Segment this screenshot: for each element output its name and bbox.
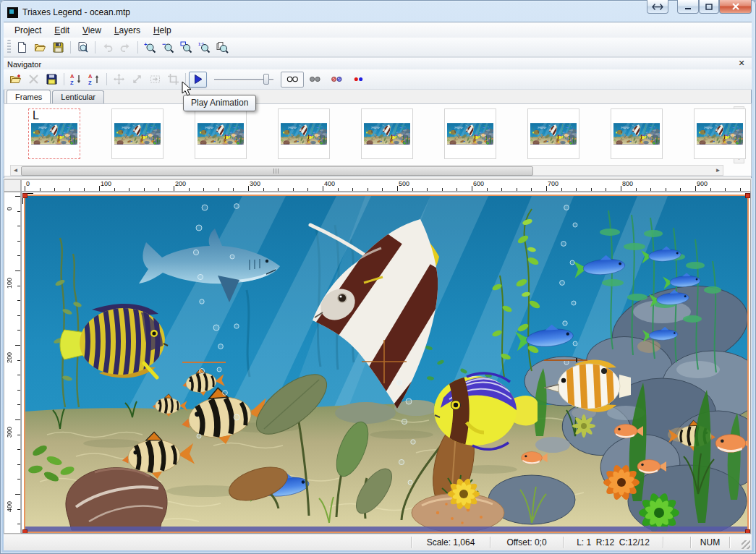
- frames-filmstrip: ▲ ▼ ◄ ► L: [4, 103, 752, 176]
- zoom-region-button[interactable]: [177, 39, 195, 55]
- frame-thumbnail-3[interactable]: [195, 108, 247, 159]
- move-tool-icon: [113, 73, 125, 85]
- fit-frame-icon: [149, 73, 161, 85]
- resize-grip[interactable]: [742, 540, 750, 549]
- open-folder-icon: [34, 41, 46, 54]
- status-scale: Scale: 1,064: [412, 534, 490, 550]
- ruler-corner: [4, 179, 21, 192]
- delete-frames-icon: [27, 73, 40, 85]
- menu-layers[interactable]: Layers: [108, 24, 147, 37]
- zoom-one-to-one-icon: 1:1: [198, 41, 211, 54]
- frame-thumbnail-4[interactable]: [278, 108, 330, 159]
- menu-project[interactable]: Project: [8, 24, 48, 37]
- frame-thumbnail-6[interactable]: [444, 108, 496, 159]
- add-frames-button[interactable]: [7, 72, 25, 88]
- canvas-viewport[interactable]: [21, 192, 751, 534]
- view-anaglyph-icon: [331, 73, 343, 85]
- save-icon: [52, 41, 64, 54]
- frame-preview: [697, 123, 743, 145]
- sort-az-up-icon: AZ: [88, 73, 101, 85]
- view-stereo-clear-button[interactable]: [281, 72, 304, 88]
- close-button[interactable]: [719, 0, 752, 14]
- selection-handle[interactable]: [745, 193, 750, 198]
- zoom-one-to-one-button[interactable]: 1:1: [195, 39, 213, 55]
- menu-help[interactable]: Help: [147, 24, 178, 37]
- resize-tool-button[interactable]: [128, 72, 146, 88]
- swap-arrows-button[interactable]: [647, 0, 668, 14]
- undo-button[interactable]: [98, 39, 116, 55]
- frame-label: L: [33, 109, 39, 122]
- menu-edit[interactable]: Edit: [48, 24, 76, 37]
- titlebar: Triaxes Legend - ocean.mtp: [7, 4, 130, 20]
- toolbar-separator: [106, 73, 107, 85]
- horizontal-scroll-thumb[interactable]: [21, 166, 533, 176]
- frame-thumbnail-7[interactable]: [527, 108, 579, 159]
- toolbar-separator: [70, 41, 71, 54]
- tab-frames[interactable]: Frames: [7, 90, 51, 103]
- frame-preview: [447, 123, 493, 145]
- zoom-fit-button[interactable]: [213, 39, 232, 55]
- print-preview-button[interactable]: [74, 39, 92, 55]
- view-color-dots-icon: [352, 73, 365, 85]
- menu-bar: ProjectEditViewLayersHelp: [4, 22, 752, 38]
- delete-frames-button[interactable]: [25, 72, 43, 88]
- frame-thumbnail-1[interactable]: L: [28, 108, 80, 159]
- new-document-button[interactable]: [13, 39, 31, 55]
- crop-tool-button[interactable]: [164, 72, 182, 88]
- zoom-in-button[interactable]: +: [141, 39, 159, 55]
- mouse-cursor: [182, 81, 193, 99]
- maximize-button[interactable]: [699, 0, 719, 14]
- main-toolbar: +−1:1: [4, 38, 752, 57]
- horizontal-ruler: 0100200300400500600700800900: [21, 179, 751, 192]
- view-color-dots-button[interactable]: [347, 72, 369, 88]
- fit-frame-button[interactable]: [146, 72, 164, 88]
- save-button[interactable]: [49, 39, 67, 55]
- status-offset: Offset: 0;0: [490, 534, 563, 550]
- zoom-out-icon: −: [162, 41, 174, 54]
- tab-lenticular[interactable]: Lenticular: [52, 90, 104, 103]
- frame-thumbnail-2[interactable]: [111, 108, 163, 159]
- sort-az-up-button[interactable]: AZ: [85, 72, 103, 88]
- app-icon: [7, 7, 18, 18]
- status-num-lock: NUM: [691, 534, 729, 550]
- selection-handle[interactable]: [22, 193, 27, 198]
- zoom-out-button[interactable]: −: [159, 39, 177, 55]
- app-window: Triaxes Legend - ocean.mtp ProjectEditVi…: [0, 0, 756, 554]
- frame-thumbnail-8[interactable]: [611, 108, 663, 159]
- ocean-photo[interactable]: [24, 195, 749, 533]
- filmstrip-horizontal-scrollbar[interactable]: ◄ ►: [10, 165, 723, 176]
- navigator-caption: Navigator ✕: [4, 57, 752, 70]
- menu-view[interactable]: View: [76, 24, 108, 37]
- redo-button[interactable]: [116, 39, 135, 55]
- panel-tabs: Frames Lenticular: [7, 89, 106, 103]
- toolbar-separator: [64, 73, 64, 85]
- zoom-region-icon: [180, 41, 192, 54]
- frame-preview: [114, 123, 161, 145]
- view-anaglyph-button[interactable]: [326, 72, 347, 88]
- animation-speed-slider[interactable]: [214, 72, 273, 87]
- scroll-right-icon[interactable]: ►: [713, 166, 723, 175]
- status-frames: L: 1 R:12 C:12/12: [564, 534, 663, 550]
- save-frames-button[interactable]: [43, 72, 61, 88]
- frame-preview: [281, 123, 327, 145]
- editor-area: 0100200300400500600700800900 01002003004…: [4, 178, 752, 534]
- frame-preview: [198, 123, 244, 145]
- slider-thumb[interactable]: [263, 74, 269, 85]
- view-stereo-gray-button[interactable]: [304, 72, 326, 88]
- toolbar-grip[interactable]: [7, 40, 11, 54]
- frame-thumbnail-5[interactable]: [361, 108, 413, 159]
- scroll-left-icon[interactable]: ◄: [11, 166, 20, 175]
- move-tool-button[interactable]: [110, 72, 128, 88]
- frame-preview: [31, 123, 77, 145]
- sort-az-down-button[interactable]: AZ: [67, 72, 85, 88]
- vertical-ruler: 0100200300400: [4, 192, 21, 534]
- svg-text:Z: Z: [70, 80, 74, 86]
- view-stereo-clear-icon: [286, 73, 299, 85]
- toolbar-separator: [95, 41, 95, 54]
- open-folder-button[interactable]: [31, 39, 49, 55]
- status-bar: Scale: 1,064 Offset: 0;0 L: 1 R:12 C:12/…: [4, 534, 752, 550]
- navigator-close-icon[interactable]: ✕: [736, 59, 747, 68]
- frame-thumbnail-9[interactable]: [694, 108, 746, 159]
- minimize-button[interactable]: [677, 0, 699, 14]
- save-frames-icon: [46, 73, 58, 85]
